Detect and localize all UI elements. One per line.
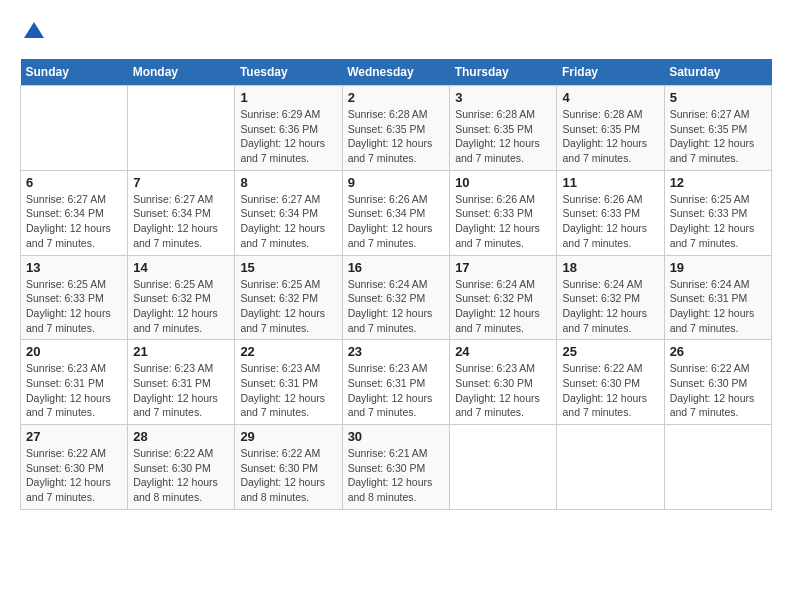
day-info: Sunrise: 6:22 AM Sunset: 6:30 PM Dayligh… [562, 361, 658, 420]
calendar-cell: 9Sunrise: 6:26 AM Sunset: 6:34 PM Daylig… [342, 170, 450, 255]
day-number: 13 [26, 260, 122, 275]
day-info: Sunrise: 6:24 AM Sunset: 6:32 PM Dayligh… [562, 277, 658, 336]
day-header-friday: Friday [557, 59, 664, 86]
day-number: 6 [26, 175, 122, 190]
calendar-cell [21, 86, 128, 171]
calendar-cell: 13Sunrise: 6:25 AM Sunset: 6:33 PM Dayli… [21, 255, 128, 340]
day-header-wednesday: Wednesday [342, 59, 450, 86]
calendar-header [20, 20, 772, 49]
calendar-cell: 10Sunrise: 6:26 AM Sunset: 6:33 PM Dayli… [450, 170, 557, 255]
day-info: Sunrise: 6:27 AM Sunset: 6:35 PM Dayligh… [670, 107, 766, 166]
logo [20, 20, 46, 49]
day-info: Sunrise: 6:25 AM Sunset: 6:32 PM Dayligh… [133, 277, 229, 336]
calendar-cell: 11Sunrise: 6:26 AM Sunset: 6:33 PM Dayli… [557, 170, 664, 255]
day-info: Sunrise: 6:23 AM Sunset: 6:30 PM Dayligh… [455, 361, 551, 420]
day-number: 19 [670, 260, 766, 275]
calendar-cell: 16Sunrise: 6:24 AM Sunset: 6:32 PM Dayli… [342, 255, 450, 340]
calendar-cell: 7Sunrise: 6:27 AM Sunset: 6:34 PM Daylig… [128, 170, 235, 255]
day-number: 16 [348, 260, 445, 275]
day-number: 25 [562, 344, 658, 359]
day-number: 29 [240, 429, 336, 444]
day-number: 30 [348, 429, 445, 444]
calendar-cell: 1Sunrise: 6:29 AM Sunset: 6:36 PM Daylig… [235, 86, 342, 171]
calendar-table: SundayMondayTuesdayWednesdayThursdayFrid… [20, 59, 772, 510]
calendar-cell: 28Sunrise: 6:22 AM Sunset: 6:30 PM Dayli… [128, 425, 235, 510]
calendar-header-row: SundayMondayTuesdayWednesdayThursdayFrid… [21, 59, 772, 86]
calendar-cell: 27Sunrise: 6:22 AM Sunset: 6:30 PM Dayli… [21, 425, 128, 510]
calendar-cell: 24Sunrise: 6:23 AM Sunset: 6:30 PM Dayli… [450, 340, 557, 425]
calendar-week-4: 20Sunrise: 6:23 AM Sunset: 6:31 PM Dayli… [21, 340, 772, 425]
calendar-cell [664, 425, 771, 510]
day-number: 27 [26, 429, 122, 444]
day-info: Sunrise: 6:27 AM Sunset: 6:34 PM Dayligh… [26, 192, 122, 251]
calendar-cell: 22Sunrise: 6:23 AM Sunset: 6:31 PM Dayli… [235, 340, 342, 425]
day-number: 2 [348, 90, 445, 105]
day-info: Sunrise: 6:25 AM Sunset: 6:32 PM Dayligh… [240, 277, 336, 336]
logo-icon [22, 20, 46, 44]
day-info: Sunrise: 6:26 AM Sunset: 6:33 PM Dayligh… [562, 192, 658, 251]
day-info: Sunrise: 6:27 AM Sunset: 6:34 PM Dayligh… [133, 192, 229, 251]
day-number: 7 [133, 175, 229, 190]
day-number: 15 [240, 260, 336, 275]
day-number: 17 [455, 260, 551, 275]
day-number: 18 [562, 260, 658, 275]
day-number: 9 [348, 175, 445, 190]
day-number: 14 [133, 260, 229, 275]
day-number: 10 [455, 175, 551, 190]
calendar-cell: 14Sunrise: 6:25 AM Sunset: 6:32 PM Dayli… [128, 255, 235, 340]
day-number: 26 [670, 344, 766, 359]
day-number: 28 [133, 429, 229, 444]
day-info: Sunrise: 6:21 AM Sunset: 6:30 PM Dayligh… [348, 446, 445, 505]
calendar-cell: 12Sunrise: 6:25 AM Sunset: 6:33 PM Dayli… [664, 170, 771, 255]
calendar-cell: 21Sunrise: 6:23 AM Sunset: 6:31 PM Dayli… [128, 340, 235, 425]
calendar-cell: 20Sunrise: 6:23 AM Sunset: 6:31 PM Dayli… [21, 340, 128, 425]
day-info: Sunrise: 6:24 AM Sunset: 6:31 PM Dayligh… [670, 277, 766, 336]
day-info: Sunrise: 6:22 AM Sunset: 6:30 PM Dayligh… [26, 446, 122, 505]
day-info: Sunrise: 6:23 AM Sunset: 6:31 PM Dayligh… [348, 361, 445, 420]
calendar-week-3: 13Sunrise: 6:25 AM Sunset: 6:33 PM Dayli… [21, 255, 772, 340]
day-info: Sunrise: 6:22 AM Sunset: 6:30 PM Dayligh… [133, 446, 229, 505]
day-number: 22 [240, 344, 336, 359]
day-info: Sunrise: 6:25 AM Sunset: 6:33 PM Dayligh… [670, 192, 766, 251]
day-header-tuesday: Tuesday [235, 59, 342, 86]
day-number: 23 [348, 344, 445, 359]
logo-text [20, 20, 46, 49]
calendar-cell: 15Sunrise: 6:25 AM Sunset: 6:32 PM Dayli… [235, 255, 342, 340]
day-info: Sunrise: 6:22 AM Sunset: 6:30 PM Dayligh… [240, 446, 336, 505]
day-number: 11 [562, 175, 658, 190]
day-number: 4 [562, 90, 658, 105]
day-info: Sunrise: 6:22 AM Sunset: 6:30 PM Dayligh… [670, 361, 766, 420]
day-number: 12 [670, 175, 766, 190]
day-header-thursday: Thursday [450, 59, 557, 86]
day-info: Sunrise: 6:23 AM Sunset: 6:31 PM Dayligh… [26, 361, 122, 420]
calendar-cell: 6Sunrise: 6:27 AM Sunset: 6:34 PM Daylig… [21, 170, 128, 255]
day-number: 3 [455, 90, 551, 105]
calendar-cell: 30Sunrise: 6:21 AM Sunset: 6:30 PM Dayli… [342, 425, 450, 510]
calendar-cell [557, 425, 664, 510]
day-number: 20 [26, 344, 122, 359]
day-info: Sunrise: 6:27 AM Sunset: 6:34 PM Dayligh… [240, 192, 336, 251]
day-info: Sunrise: 6:29 AM Sunset: 6:36 PM Dayligh… [240, 107, 336, 166]
day-number: 21 [133, 344, 229, 359]
day-info: Sunrise: 6:28 AM Sunset: 6:35 PM Dayligh… [562, 107, 658, 166]
day-header-monday: Monday [128, 59, 235, 86]
day-header-saturday: Saturday [664, 59, 771, 86]
day-number: 1 [240, 90, 336, 105]
svg-marker-0 [24, 22, 44, 38]
calendar-week-2: 6Sunrise: 6:27 AM Sunset: 6:34 PM Daylig… [21, 170, 772, 255]
calendar-cell: 17Sunrise: 6:24 AM Sunset: 6:32 PM Dayli… [450, 255, 557, 340]
calendar-cell: 23Sunrise: 6:23 AM Sunset: 6:31 PM Dayli… [342, 340, 450, 425]
day-info: Sunrise: 6:23 AM Sunset: 6:31 PM Dayligh… [240, 361, 336, 420]
day-info: Sunrise: 6:28 AM Sunset: 6:35 PM Dayligh… [455, 107, 551, 166]
day-info: Sunrise: 6:23 AM Sunset: 6:31 PM Dayligh… [133, 361, 229, 420]
calendar-cell: 4Sunrise: 6:28 AM Sunset: 6:35 PM Daylig… [557, 86, 664, 171]
day-info: Sunrise: 6:25 AM Sunset: 6:33 PM Dayligh… [26, 277, 122, 336]
calendar-cell [128, 86, 235, 171]
day-number: 8 [240, 175, 336, 190]
day-header-sunday: Sunday [21, 59, 128, 86]
calendar-cell: 2Sunrise: 6:28 AM Sunset: 6:35 PM Daylig… [342, 86, 450, 171]
calendar-cell: 5Sunrise: 6:27 AM Sunset: 6:35 PM Daylig… [664, 86, 771, 171]
day-info: Sunrise: 6:24 AM Sunset: 6:32 PM Dayligh… [455, 277, 551, 336]
day-info: Sunrise: 6:26 AM Sunset: 6:34 PM Dayligh… [348, 192, 445, 251]
calendar-week-1: 1Sunrise: 6:29 AM Sunset: 6:36 PM Daylig… [21, 86, 772, 171]
